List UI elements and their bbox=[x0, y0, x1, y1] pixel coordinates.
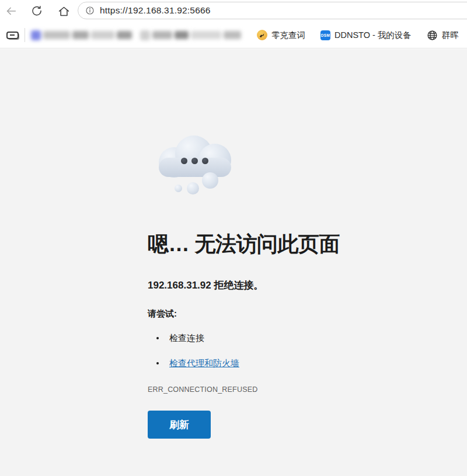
refresh-toolbar-button[interactable] bbox=[28, 2, 46, 20]
suggestion-check-connection: 检查连接 bbox=[148, 333, 239, 344]
browser-window: https://192.168.31.92:5666 bbox=[0, 0, 467, 476]
redacted-favicon bbox=[31, 30, 41, 40]
favorites-panel-icon[interactable] bbox=[5, 27, 20, 43]
redacted-favicon bbox=[140, 30, 150, 40]
back-arrow-icon bbox=[5, 5, 18, 18]
info-icon[interactable] bbox=[85, 6, 95, 15]
address-bar[interactable]: https://192.168.31.92:5666 bbox=[78, 2, 467, 19]
home-icon bbox=[58, 5, 70, 18]
zhike-favicon bbox=[257, 30, 267, 40]
url-text[interactable]: https://192.168.31.92:5666 bbox=[100, 5, 211, 16]
bookmark-label: DDNSTO - 我的设备 bbox=[334, 30, 412, 41]
error-subtitle: 192.168.31.92 拒绝连接。 bbox=[148, 279, 263, 292]
cloud-emoji-illustration bbox=[158, 135, 236, 196]
bookmarks-bar: 零克查词 DSM DDNSTO - 我的设备 群晖 bbox=[0, 22, 467, 48]
bookmark-label: 零克查词 bbox=[271, 30, 305, 41]
bookmark-label: 群晖 bbox=[442, 30, 459, 41]
bookmark-ddnsto[interactable]: DSM DDNSTO - 我的设备 bbox=[320, 30, 412, 41]
globe-icon bbox=[427, 30, 438, 41]
redacted-bookmark[interactable] bbox=[140, 30, 241, 40]
dsm-favicon: DSM bbox=[320, 30, 330, 40]
bookmarks-divider bbox=[25, 28, 25, 42]
suggestions-list: 检查连接 检查代理和防火墙 bbox=[148, 333, 239, 383]
suggestions-heading: 请尝试: bbox=[148, 308, 177, 319]
back-button[interactable] bbox=[2, 2, 20, 20]
error-page: 嗯… 无法访问此页面 192.168.31.92 拒绝连接。 请尝试: 检查连接… bbox=[0, 49, 467, 476]
refresh-icon bbox=[31, 5, 43, 17]
browser-toolbar: https://192.168.31.92:5666 bbox=[0, 0, 467, 22]
suggestion-check-proxy: 检查代理和防火墙 bbox=[148, 358, 239, 369]
error-title: 嗯… 无法访问此页面 bbox=[148, 230, 340, 259]
home-button[interactable] bbox=[55, 2, 72, 20]
refresh-page-button[interactable]: 刷新 bbox=[148, 411, 211, 439]
bookmark-zhike[interactable]: 零克查词 bbox=[257, 30, 305, 41]
check-proxy-firewall-link[interactable]: 检查代理和防火墙 bbox=[169, 358, 239, 368]
bookmark-synology[interactable]: 群晖 bbox=[427, 30, 459, 41]
error-code: ERR_CONNECTION_REFUSED bbox=[148, 385, 257, 394]
redacted-bookmark[interactable] bbox=[31, 30, 132, 40]
